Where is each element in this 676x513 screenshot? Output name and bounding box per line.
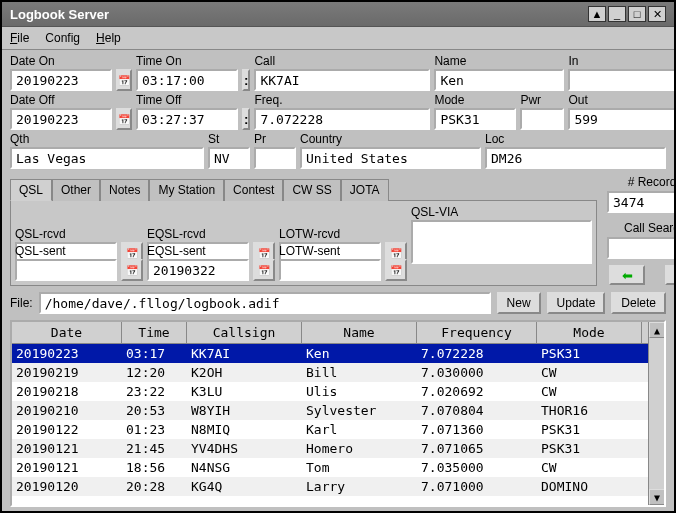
next-arrow-button[interactable]: ➡ [665, 265, 674, 285]
table-cell: YV4DHS [187, 440, 302, 457]
table-cell: 21:45 [122, 440, 187, 457]
table-cell: 20190218 [12, 383, 122, 400]
label-pr: Pr [254, 132, 296, 146]
eqsl-sent-input[interactable] [147, 259, 249, 281]
column-header[interactable]: Callsign [187, 322, 302, 343]
table-cell: PSK31 [537, 345, 642, 362]
st-input[interactable] [208, 147, 250, 169]
call-search-input[interactable] [607, 237, 674, 259]
menu-config[interactable]: Config [45, 31, 80, 45]
tab-my-station[interactable]: My Station [149, 179, 224, 201]
table-cell: K2OH [187, 364, 302, 381]
tab-other[interactable]: Other [52, 179, 100, 201]
label-file: File: [10, 296, 33, 310]
update-button[interactable]: Update [547, 292, 606, 314]
table-cell: 20:53 [122, 402, 187, 419]
table-cell: Bill [302, 364, 417, 381]
table-cell: PSK31 [537, 440, 642, 457]
label-eqsl-rcvd: EQSL-rcvd [147, 227, 249, 241]
tab-notes[interactable]: Notes [100, 179, 149, 201]
table-row[interactable]: 2019012020:28KG4QLarry7.071000DOMINO [12, 477, 648, 496]
table-cell: Homero [302, 440, 417, 457]
country-input[interactable] [300, 147, 481, 169]
menu-help[interactable]: Help [96, 31, 121, 45]
table-cell: 23:22 [122, 383, 187, 400]
log-table: DateTimeCallsignNameFrequencyMode ▲ 2019… [10, 320, 666, 507]
label-qsl-sent: QSL-sent [15, 244, 117, 258]
tab-contest[interactable]: Contest [224, 179, 283, 201]
menu-file[interactable]: File [10, 31, 29, 45]
tab-cw-ss[interactable]: CW SS [283, 179, 340, 201]
close-button[interactable]: ✕ [648, 6, 666, 22]
out-input[interactable] [568, 108, 674, 130]
table-header: DateTimeCallsignNameFrequencyMode [12, 322, 648, 344]
minimize-button[interactable]: _ [608, 6, 626, 22]
pwr-input[interactable] [520, 108, 564, 130]
date-on-calendar-icon[interactable]: 📅 [116, 69, 132, 91]
table-cell: 20190121 [12, 459, 122, 476]
scroll-up-button[interactable]: ▲ [649, 322, 665, 338]
lotw-sent-input[interactable] [279, 259, 381, 281]
eqsl-sent-calendar-icon[interactable]: 📅 [253, 259, 275, 281]
call-input[interactable] [254, 69, 430, 91]
lotw-sent-calendar-icon[interactable]: 📅 [385, 259, 407, 281]
table-row[interactable]: 2019012121:45YV4DHSHomero7.071065PSK31 [12, 439, 648, 458]
in-input[interactable] [568, 69, 674, 91]
date-off-calendar-icon[interactable]: 📅 [116, 108, 132, 130]
table-cell: 20190223 [12, 345, 122, 362]
delete-button[interactable]: Delete [611, 292, 666, 314]
pr-input[interactable] [254, 147, 296, 169]
table-cell: 20190120 [12, 478, 122, 495]
time-on-input[interactable] [136, 69, 238, 91]
table-cell: 7.020692 [417, 383, 537, 400]
column-header[interactable]: Time [122, 322, 187, 343]
tab-qsl[interactable]: QSL [10, 179, 52, 201]
qsl-sent-input[interactable] [15, 259, 117, 281]
new-button[interactable]: New [497, 292, 541, 314]
column-header[interactable]: Name [302, 322, 417, 343]
time-on-colon-button[interactable]: : [242, 69, 250, 91]
table-cell: PSK31 [537, 421, 642, 438]
table-row[interactable]: 2019012201:23N8MIQKarl7.071360PSK31 [12, 420, 648, 439]
column-header[interactable]: Date [12, 322, 122, 343]
scroll-down-button[interactable]: ▼ [649, 489, 664, 505]
table-row[interactable]: 2019012118:56N4NSGTom7.035000CW [12, 458, 648, 477]
table-cell: N4NSG [187, 459, 302, 476]
table-cell: Ken [302, 345, 417, 362]
time-off-input[interactable] [136, 108, 238, 130]
label-mode: Mode [434, 93, 516, 107]
qth-input[interactable] [10, 147, 204, 169]
label-date-off: Date Off [10, 93, 112, 107]
freq-input[interactable] [254, 108, 430, 130]
table-row[interactable]: 2019021912:20K2OHBill7.030000CW [12, 363, 648, 382]
records-input[interactable] [607, 191, 674, 213]
file-input[interactable] [39, 292, 491, 314]
mode-input[interactable] [434, 108, 516, 130]
loc-input[interactable] [485, 147, 666, 169]
label-records: # Records [628, 175, 674, 189]
table-row[interactable]: 2019021823:22K3LUUlis7.020692CW [12, 382, 648, 401]
table-row[interactable]: 2019021020:53W8YIHSylvester7.070804THOR1… [12, 401, 648, 420]
time-off-colon-button[interactable]: : [242, 108, 250, 130]
table-cell: 7.030000 [417, 364, 537, 381]
label-qth: Qth [10, 132, 204, 146]
maximize-button[interactable]: □ [628, 6, 646, 22]
tabs: QSLOtherNotesMy StationContestCW SSJOTA [10, 179, 597, 201]
tab-jota[interactable]: JOTA [341, 179, 389, 201]
roll-up-button[interactable]: ▲ [588, 6, 606, 22]
table-cell: CW [537, 364, 642, 381]
table-cell: 01:23 [122, 421, 187, 438]
column-header[interactable]: Mode [537, 322, 642, 343]
table-cell: 03:17 [122, 345, 187, 362]
qsl-sent-calendar-icon[interactable]: 📅 [121, 259, 143, 281]
label-in: In [568, 54, 674, 68]
qsl-via-input[interactable] [411, 220, 592, 264]
date-on-input[interactable] [10, 69, 112, 91]
column-header[interactable]: Frequency [417, 322, 537, 343]
table-row[interactable]: 2019022303:17KK7AIKen7.072228PSK31 [12, 344, 648, 363]
name-input[interactable] [434, 69, 564, 91]
table-cell: Sylvester [302, 402, 417, 419]
prev-arrow-button[interactable]: ⬅ [609, 265, 645, 285]
date-off-input[interactable] [10, 108, 112, 130]
label-date-on: Date On [10, 54, 112, 68]
